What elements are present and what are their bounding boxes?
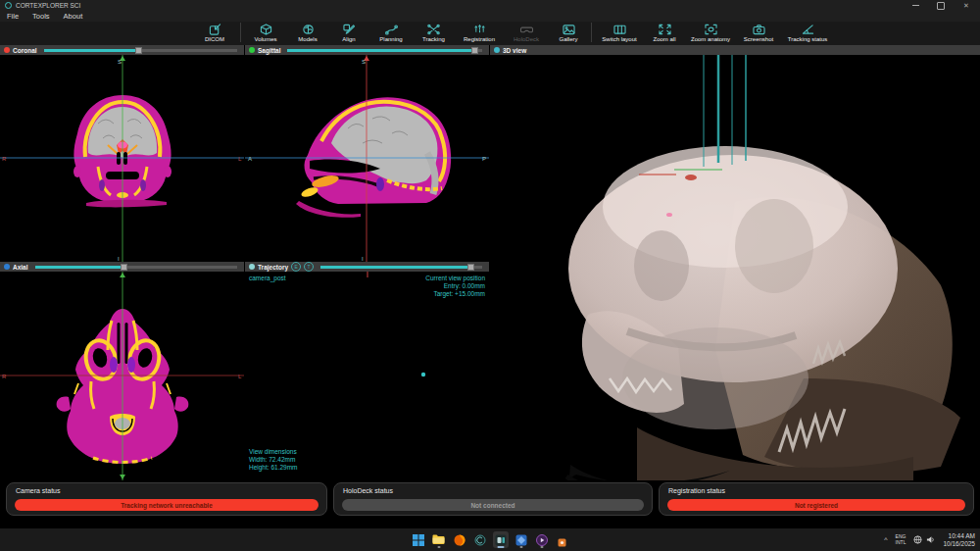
language-indicator[interactable]: ENG INTL [896, 534, 906, 545]
axial-slice-slider[interactable] [35, 266, 237, 269]
registration-arrows-icon [472, 24, 487, 35]
coronal-viewport[interactable]: S I R L [0, 55, 244, 262]
view-position-target: Target: +15.00mm [425, 290, 485, 298]
angle-icon [801, 24, 815, 35]
menu-about[interactable]: About [57, 12, 90, 21]
windows-logo-icon [413, 534, 424, 546]
main-toolbar: DICOM Volumes Models Align Planning Trac… [0, 22, 980, 45]
axial-viewport[interactable]: R L [0, 272, 244, 480]
holodeck-button[interactable]: HoloDeck [504, 22, 549, 42]
axial-marker-left: R [2, 374, 7, 379]
tracking-button[interactable]: Tracking [413, 22, 455, 42]
file-explorer-button[interactable] [431, 531, 447, 548]
models-button[interactable]: Models [287, 22, 328, 42]
trajectory-target-point[interactable] [421, 373, 425, 376]
dark-circle-app-icon [474, 534, 486, 546]
crossed-tools-icon [426, 24, 441, 35]
media-player-button[interactable] [534, 531, 550, 548]
coronal-slice-image: S I R L [0, 55, 244, 262]
view-dimensions-height: Height: 61.29mm [249, 464, 298, 472]
photos-app-button[interactable] [514, 531, 529, 548]
sagittal-header: Sagittal [245, 45, 489, 55]
sagittal-dot-icon [249, 47, 255, 53]
view-position-title: Current view position [425, 275, 485, 282]
trajectory-slider[interactable] [320, 266, 482, 269]
sagittal-viewport[interactable]: S I A P [245, 55, 489, 262]
planning-button[interactable]: Planning [369, 22, 413, 42]
clock-app-button[interactable] [472, 531, 488, 548]
brain-icon [301, 24, 316, 35]
image-icon [562, 24, 576, 35]
volume-icon[interactable] [926, 535, 935, 544]
tray-expand-chevron[interactable]: ^ [884, 536, 887, 543]
windows-taskbar: ^ ENG INTL 10:44 AM 10/16/2025 [0, 528, 980, 551]
zoom-all-button[interactable]: Zoom all [644, 22, 685, 42]
volumes-button[interactable]: Volumes [244, 22, 287, 42]
media-player-icon [536, 534, 548, 546]
expand-arrows-icon [658, 24, 672, 35]
folder-icon [432, 534, 445, 545]
threed-dot-icon [494, 47, 500, 53]
zoom-anatomy-button[interactable]: Zoom anatomy [685, 22, 736, 42]
coronal-slider-handle[interactable] [135, 47, 142, 54]
trajectory-entry-toggle[interactable]: E [291, 262, 301, 272]
dicom-button[interactable]: DICOM [192, 22, 237, 42]
small-orange-app-icon [558, 538, 566, 547]
cortexplorer-taskbar-button[interactable] [493, 531, 509, 548]
minimize-button[interactable] [909, 1, 921, 10]
sagittal-label: Sagittal [258, 47, 280, 54]
view-position-entry: Entry: 0.00mm [425, 282, 485, 290]
view-dimensions-title: View dimensions [249, 448, 298, 456]
camera-status-title: Camera status [16, 487, 326, 494]
firefox-button[interactable] [452, 531, 467, 548]
axial-label: Axial [13, 264, 28, 271]
holodeck-status-badge: Not connected [342, 499, 644, 511]
trajectory-slider-handle[interactable] [467, 264, 474, 271]
coronal-dot-icon [4, 47, 10, 53]
threed-viewport[interactable] [490, 55, 980, 480]
axial-slider-handle[interactable] [121, 264, 127, 271]
camera-status-badge: Tracking network unreachable [15, 499, 318, 511]
menu-file[interactable]: File [0, 12, 25, 21]
axial-dot-icon [4, 264, 10, 270]
camera-status-panel: Camera status Tracking network unreachab… [6, 482, 327, 516]
view-dimensions-width: Width: 72.42mm [249, 456, 298, 464]
sagittal-marker-anterior: A [248, 156, 252, 162]
tray-clock[interactable]: 10:44 AM 10/16/2025 [943, 532, 975, 547]
coronal-marker-left: R [2, 156, 7, 162]
close-button[interactable]: ✕ [960, 1, 972, 10]
sagittal-marker-superior: S [362, 59, 366, 65]
coronal-marker-inferior: I [118, 256, 120, 262]
coronal-slice-slider[interactable] [44, 49, 237, 52]
maximize-button[interactable] [935, 1, 947, 10]
axial-slice-image: R L [0, 272, 244, 480]
switch-layout-button[interactable]: Switch layout [595, 22, 644, 42]
menu-tools[interactable]: Tools [25, 12, 57, 21]
notification-app-button[interactable] [555, 534, 570, 551]
coronal-label: Coronal [13, 47, 37, 54]
align-button[interactable]: Align [328, 22, 369, 42]
tray-date: 10/16/2025 [943, 540, 975, 548]
dicom-import-icon [208, 24, 222, 35]
start-button[interactable] [411, 531, 426, 548]
network-icon[interactable] [913, 535, 922, 544]
tracking-status-button[interactable]: Tracking status [781, 22, 834, 42]
screenshot-button[interactable]: Screenshot [736, 22, 781, 42]
holodeck-status-title: HoloDeck status [343, 487, 652, 494]
tray-time: 10:44 AM [943, 532, 975, 540]
zoom-anatomy-icon [704, 24, 718, 35]
sagittal-slice-slider[interactable] [287, 49, 482, 52]
window-title: CORTEXPLORER SCI [16, 2, 80, 9]
registration-button[interactable]: Registration [455, 22, 504, 42]
coronal-header: Coronal [0, 45, 244, 55]
gallery-button[interactable]: Gallery [549, 22, 588, 42]
sagittal-slider-handle[interactable] [471, 47, 478, 54]
axial-marker-right: L [238, 374, 242, 379]
trajectory-viewport[interactable]: camera_post Current view position Entry:… [245, 272, 489, 480]
trajectory-target-toggle[interactable]: T [304, 262, 314, 272]
axial-header: Axial [0, 262, 244, 272]
toolbar-separator [591, 23, 592, 42]
cortexplorer-app-icon [495, 534, 507, 546]
toolbar-separator [240, 23, 241, 42]
holodeck-status-panel: HoloDeck status Not connected [333, 482, 653, 516]
